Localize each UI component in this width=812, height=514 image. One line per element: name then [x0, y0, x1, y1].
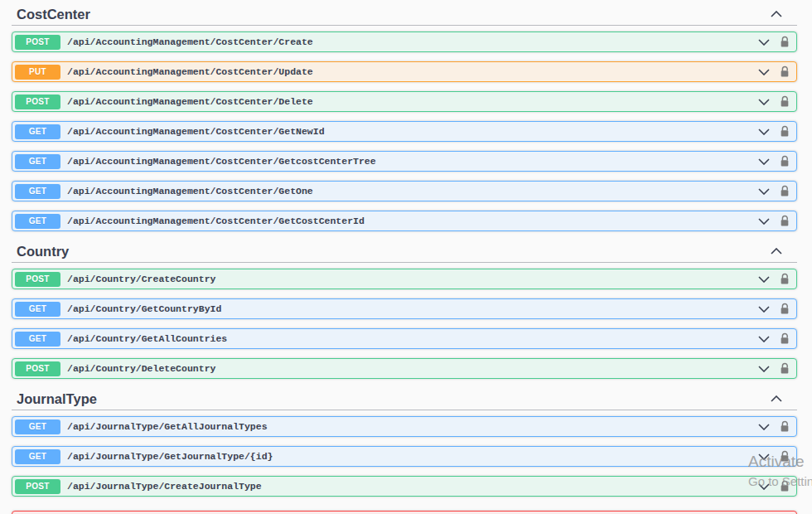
operation-row[interactable]: GET /api/AccountingManagement/CostCenter… [12, 181, 797, 201]
operation-row[interactable]: GET /api/JournalType/GetJournalType/{id} [12, 446, 797, 467]
chevron-up-icon [771, 395, 782, 402]
endpoint-path: /api/JournalType/GetAllJournalTypes [67, 421, 268, 432]
method-badge: PUT [15, 65, 60, 80]
lock-icon[interactable] [780, 480, 790, 492]
section-title: JournalType [17, 391, 97, 407]
method-badge: GET [15, 214, 60, 229]
chevron-up-icon [771, 11, 782, 17]
lock-icon[interactable] [780, 273, 790, 285]
operation-row[interactable]: GET /api/AccountingManagement/CostCenter… [12, 211, 797, 231]
section-operations: POST /api/AccountingManagement/CostCente… [12, 32, 797, 231]
operation-row[interactable]: POST /api/AccountingManagement/CostCente… [12, 32, 797, 52]
section-operations: POST /api/Country/CreateCountry GET /api… [12, 269, 797, 379]
chevron-down-icon [758, 158, 770, 165]
method-badge: GET [15, 449, 60, 464]
endpoint-path: /api/Country/GetCountryById [67, 303, 221, 314]
operation-row[interactable]: POST /api/Country/DeleteCountry [12, 358, 797, 379]
endpoint-path: /api/AccountingManagement/CostCenter/Get… [67, 156, 376, 167]
operation-row[interactable]: GET /api/AccountingManagement/CostCenter… [12, 121, 797, 142]
lock-icon[interactable] [780, 36, 790, 48]
method-badge: POST [15, 95, 60, 109]
section-header[interactable]: Country [12, 240, 797, 263]
endpoint-path: /api/JournalType/GetJournalType/{id} [67, 451, 273, 462]
operation-row[interactable]: POST /api/AccountingManagement/CostCente… [12, 91, 797, 112]
operation-row[interactable]: GET /api/AccountingManagement/CostCenter… [12, 151, 797, 172]
chevron-down-icon [758, 276, 770, 283]
section-operations: GET /api/JournalType/GetAllJournalTypes … [12, 416, 797, 497]
method-badge: GET [15, 419, 60, 434]
lock-icon[interactable] [780, 420, 790, 433]
section-title: CostCenter [17, 7, 90, 22]
method-badge: GET [15, 302, 60, 317]
lock-icon[interactable] [780, 303, 790, 315]
chevron-down-icon [758, 336, 770, 342]
chevron-down-icon [758, 453, 770, 460]
lock-icon[interactable] [780, 155, 790, 167]
endpoint-path: /api/Country/DeleteCountry [67, 363, 215, 374]
lock-icon[interactable] [780, 65, 790, 78]
method-badge: POST [15, 35, 60, 50]
chevron-down-icon [758, 366, 770, 372]
api-sections: CostCenter POST /api/AccountingManagemen… [0, 0, 812, 497]
method-badge: GET [15, 184, 60, 199]
lock-icon[interactable] [780, 362, 790, 375]
endpoint-path: /api/AccountingManagement/CostCenter/Get… [67, 186, 313, 196]
chevron-down-icon [758, 69, 770, 75]
section-header[interactable]: JournalType [12, 388, 797, 410]
operation-row[interactable]: GET /api/Country/GetCountryById [12, 298, 797, 319]
chevron-down-icon [758, 99, 770, 105]
endpoint-path: /api/AccountingManagement/CostCenter/Del… [67, 96, 313, 107]
operation-row[interactable]: POST /api/Country/CreateCountry [12, 269, 797, 289]
chevron-up-icon [771, 248, 782, 255]
chevron-down-icon [758, 424, 770, 430]
operation-row[interactable]: GET /api/Country/GetAllCountries [12, 328, 797, 349]
partial-delete-row[interactable] [12, 511, 797, 514]
api-tag-section: Country POST /api/Country/CreateCountry … [12, 240, 797, 379]
lock-icon[interactable] [780, 125, 790, 138]
lock-icon[interactable] [780, 95, 790, 108]
method-badge: GET [15, 154, 60, 169]
chevron-down-icon [758, 218, 770, 225]
method-badge: POST [15, 479, 60, 494]
method-badge: POST [15, 361, 60, 376]
endpoint-path: /api/JournalType/CreateJournalType [67, 481, 262, 492]
endpoint-path: /api/AccountingManagement/CostCenter/Get… [67, 126, 325, 137]
chevron-down-icon [758, 128, 770, 135]
api-tag-section: JournalType GET /api/JournalType/GetAllJ… [12, 388, 797, 497]
section-title: Country [17, 244, 69, 259]
endpoint-path: /api/AccountingManagement/CostCenter/Cre… [67, 36, 313, 47]
operation-row[interactable]: PUT /api/AccountingManagement/CostCenter… [12, 61, 797, 82]
method-badge: GET [15, 332, 60, 347]
chevron-down-icon [758, 306, 770, 313]
method-badge: POST [15, 272, 60, 287]
lock-icon[interactable] [780, 332, 790, 345]
operation-row[interactable]: POST /api/JournalType/CreateJournalType [12, 476, 797, 497]
chevron-down-icon [758, 483, 770, 490]
method-badge: GET [15, 124, 60, 139]
chevron-down-icon [758, 188, 770, 195]
endpoint-path: /api/Country/GetAllCountries [67, 333, 227, 344]
endpoint-path: /api/AccountingManagement/CostCenter/Get… [67, 216, 365, 226]
lock-icon[interactable] [780, 450, 790, 463]
endpoint-path: /api/AccountingManagement/CostCenter/Upd… [67, 66, 313, 77]
api-tag-section: CostCenter POST /api/AccountingManagemen… [12, 3, 797, 231]
endpoint-path: /api/Country/CreateCountry [67, 274, 215, 284]
lock-icon[interactable] [780, 215, 790, 227]
lock-icon[interactable] [780, 185, 790, 197]
operation-row[interactable]: GET /api/JournalType/GetAllJournalTypes [12, 416, 797, 437]
section-header[interactable]: CostCenter [12, 3, 797, 26]
chevron-down-icon [758, 39, 770, 46]
